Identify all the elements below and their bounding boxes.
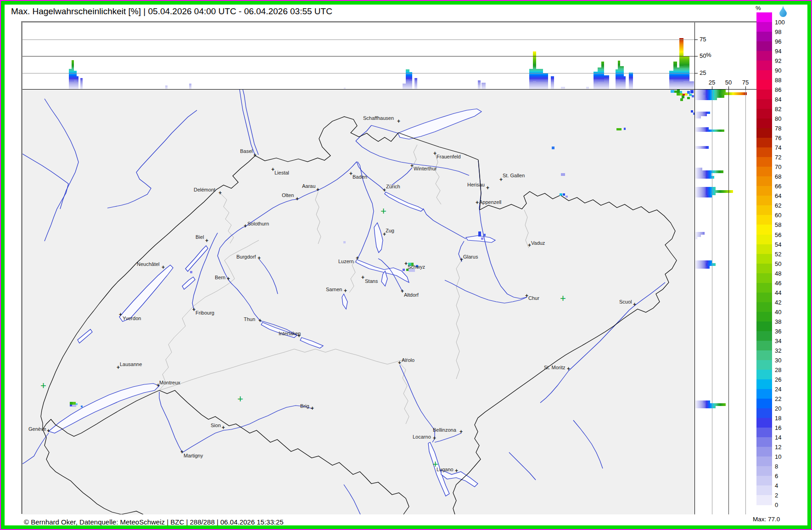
city-cross-icon: + [218, 190, 222, 196]
hail-cell [692, 95, 694, 97]
right-tick-label: 25 [706, 79, 717, 86]
city-cross-icon: + [244, 223, 247, 229]
hail-cell [671, 90, 674, 93]
city-cross-icon: + [311, 405, 314, 412]
lake-murten [182, 277, 195, 289]
city-label: Solothurn [247, 221, 269, 226]
top-histogram-bar [689, 81, 694, 90]
top-histogram-bar [551, 76, 554, 90]
hail-cell [687, 97, 690, 99]
colorbar-band-94 [756, 41, 772, 51]
colorbar-band-50 [756, 254, 772, 264]
city-cross-icon: + [258, 255, 261, 261]
top-histogram-bar [620, 66, 624, 90]
page-title: Max. Hagelwahrscheinlichkeit [%] | 05.04… [11, 6, 332, 17]
city-label: Yverdon [123, 316, 141, 321]
hail-cell [190, 271, 192, 273]
colorbar-label-6: 6 [775, 473, 795, 479]
city-cross-icon: + [361, 274, 364, 281]
map-geography [22, 90, 694, 514]
hail-cell [552, 147, 554, 149]
lake-zug [374, 223, 383, 253]
city-label: Stans [365, 278, 378, 284]
city-cross-icon: + [205, 237, 208, 244]
figure: Max. Hagelwahrscheinlichkeit [%] | 05.04… [5, 5, 807, 525]
city-cross-icon: + [567, 366, 570, 372]
colorbar-band-60 [756, 205, 772, 215]
right-tick-label: 75 [740, 79, 751, 86]
colorbar-band-56 [756, 225, 772, 235]
colorbar-band-32 [756, 341, 772, 351]
city-cross-icon: + [117, 364, 120, 371]
colorbar-band-0 [756, 495, 772, 505]
city-label: Luzern [338, 259, 354, 264]
colorbar-label-44: 44 [775, 289, 795, 296]
colorbar-band-22 [756, 389, 772, 399]
right-histogram-bar [695, 406, 716, 408]
city-label: Winterthur [414, 166, 437, 171]
colorbar-label-64: 64 [775, 192, 795, 199]
city-label: Glarus [463, 254, 478, 259]
top-tick-label: 75 [700, 36, 706, 43]
hail-cell [680, 98, 683, 101]
colorbar-band-46 [756, 273, 772, 283]
right-histogram-bar [695, 98, 717, 100]
colorbar-label-16: 16 [775, 424, 795, 431]
city-label: Thun [244, 316, 255, 322]
lake-constance [398, 109, 482, 139]
city-cross-icon: + [486, 185, 489, 191]
colorbar-label-92: 92 [775, 57, 795, 64]
right-histogram-panel [695, 90, 761, 514]
colorbar-band-28 [756, 360, 772, 370]
city-cross-icon: + [192, 306, 196, 313]
colorbar-label-90: 90 [775, 67, 795, 74]
colorbar-label-76: 76 [775, 135, 795, 141]
colorbar-label-54: 54 [775, 241, 795, 248]
city-label: Olten [282, 192, 294, 198]
colorbar-band-76 [756, 128, 772, 138]
colorbar-label-10: 10 [775, 453, 795, 460]
city-cross-icon: + [162, 264, 165, 271]
colorbar-label-78: 78 [775, 125, 795, 132]
city-cross-icon: + [499, 176, 503, 183]
top-tick-25 [694, 73, 698, 73]
colorbar-band-8 [756, 457, 772, 467]
city-label: St. Gallen [503, 173, 525, 178]
city-cross-icon: + [476, 199, 479, 206]
top-histogram-bar [409, 72, 412, 90]
colorbar-label-34: 34 [775, 338, 795, 344]
colorbar-band-88 [756, 70, 772, 80]
city-cross-icon: + [433, 150, 437, 157]
hail-cell [616, 128, 622, 130]
city-label: Locarno [413, 434, 431, 440]
lake-lugano [441, 470, 478, 487]
colorbar-label-4: 4 [775, 482, 795, 489]
right-tick-25 [712, 86, 712, 90]
city-cross-icon: + [253, 152, 257, 158]
city-label: Burgdorf [236, 254, 256, 259]
city-cross-icon: + [404, 260, 408, 267]
city-cross-icon: + [410, 163, 414, 169]
top-histogram-bar [594, 72, 598, 90]
footer-text: © Bernhard Oker, Datenquelle: MeteoSchwe… [24, 518, 284, 525]
colorbar-band-12 [756, 437, 772, 447]
city-cross-icon: + [227, 276, 230, 282]
city-label: Biel [196, 234, 204, 240]
city-cross-icon: + [258, 317, 262, 324]
colorbar-label-50: 50 [775, 260, 795, 267]
hail-cell [560, 193, 562, 196]
page: Max. Hagelwahrscheinlichkeit [%] | 05.04… [0, 0, 812, 530]
colorbar-label-22: 22 [775, 395, 795, 402]
hail-cell [478, 231, 481, 237]
map-right-axis [694, 23, 695, 514]
colorbar-band-70 [756, 157, 772, 167]
colorbar-band-66 [756, 176, 772, 186]
colorbar-band-26 [756, 370, 772, 380]
colorbar-label-36: 36 [775, 328, 795, 335]
top-tick-label: 25 [700, 69, 706, 76]
lake-biel [185, 246, 208, 271]
city-cross-icon: + [455, 468, 458, 474]
top-tick-label: 50 [700, 52, 706, 59]
city-label: Vaduz [531, 240, 545, 246]
city-cross-icon: + [397, 118, 400, 124]
